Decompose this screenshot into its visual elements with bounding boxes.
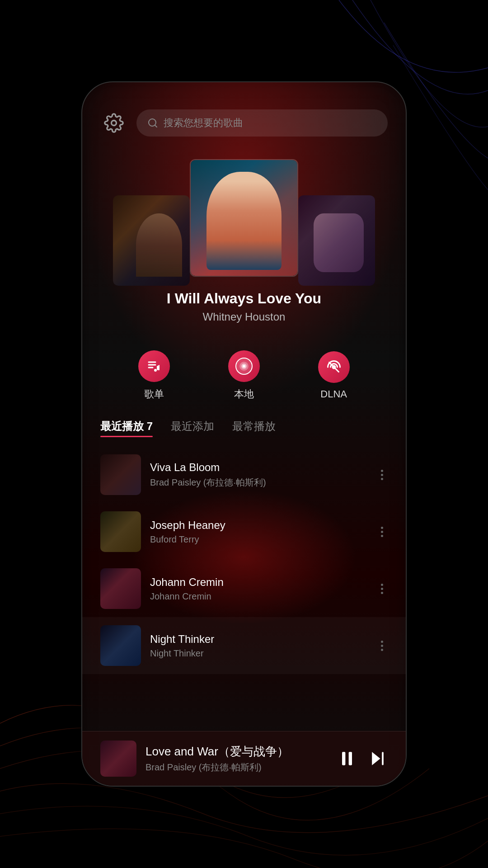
settings-button[interactable] bbox=[100, 109, 127, 137]
featured-song-artist: Whitney Houston bbox=[203, 311, 286, 323]
svg-rect-3 bbox=[148, 362, 156, 363]
phone-frame: 搜索您想要的歌曲 I Will Always Love You Whit bbox=[81, 81, 407, 787]
song-menu-btn-3[interactable] bbox=[376, 579, 388, 599]
nav-local-label: 本地 bbox=[234, 387, 254, 401]
song-info-4: Night Thinker Night Thinker bbox=[150, 633, 367, 659]
song-menu-btn-2[interactable] bbox=[376, 522, 388, 542]
song-item-1[interactable]: Viva La Bloom Brad Paisley (布拉德·帕斯利) bbox=[82, 446, 406, 503]
album-carousel: I Will Always Love You Whitney Houston bbox=[82, 146, 406, 332]
album-card-left[interactable] bbox=[113, 195, 190, 286]
svg-point-7 bbox=[157, 368, 160, 370]
svg-rect-14 bbox=[342, 752, 345, 765]
svg-point-0 bbox=[112, 121, 117, 126]
skip-next-button[interactable] bbox=[368, 749, 388, 769]
svg-point-12 bbox=[243, 365, 245, 368]
song-artist-2: Buford Terry bbox=[150, 534, 367, 545]
svg-rect-5 bbox=[148, 367, 154, 368]
tabs-section: 最近播放 7 最近添加 最常播放 bbox=[82, 410, 406, 442]
np-artist: Brad Paisley (布拉德·帕斯利) bbox=[145, 761, 328, 774]
svg-rect-4 bbox=[148, 364, 156, 366]
pause-button[interactable] bbox=[337, 749, 357, 769]
svg-rect-17 bbox=[382, 752, 384, 765]
song-thumb-2 bbox=[100, 511, 141, 552]
song-item-4[interactable]: Night Thinker Night Thinker bbox=[82, 617, 406, 674]
song-artist-4: Night Thinker bbox=[150, 648, 367, 659]
svg-marker-16 bbox=[372, 752, 380, 765]
song-title-3: Johann Cremin bbox=[150, 576, 367, 589]
album-card-center[interactable] bbox=[190, 159, 298, 277]
song-title-4: Night Thinker bbox=[150, 633, 367, 646]
song-menu-btn-1[interactable] bbox=[376, 465, 388, 485]
song-thumb-1 bbox=[100, 454, 141, 495]
song-menu-btn-4[interactable] bbox=[376, 636, 388, 656]
nav-dlna[interactable]: DLNA bbox=[318, 351, 350, 400]
playlist-icon bbox=[138, 350, 170, 382]
song-info-2: Joseph Heaney Buford Terry bbox=[150, 519, 367, 545]
song-title-1: Viva La Bloom bbox=[150, 461, 367, 474]
header: 搜索您想要的歌曲 bbox=[82, 82, 406, 146]
song-item-3[interactable]: Johann Cremin Johann Cremin bbox=[82, 560, 406, 617]
np-title: Love and War（爱与战争） bbox=[145, 744, 328, 760]
search-bar[interactable]: 搜索您想要的歌曲 bbox=[136, 109, 388, 137]
search-placeholder: 搜索您想要的歌曲 bbox=[164, 116, 243, 130]
album-card-right[interactable] bbox=[298, 195, 375, 286]
song-info-1: Viva La Bloom Brad Paisley (布拉德·帕斯利) bbox=[150, 461, 367, 489]
svg-point-6 bbox=[154, 369, 157, 372]
now-playing-bar[interactable]: Love and War（爱与战争） Brad Paisley (布拉德·帕斯利… bbox=[82, 731, 406, 786]
featured-song-title: I Will Always Love You bbox=[167, 290, 321, 307]
np-thumbnail bbox=[100, 741, 136, 777]
song-artist-1: Brad Paisley (布拉德·帕斯利) bbox=[150, 476, 367, 489]
nav-dlna-label: DLNA bbox=[320, 388, 347, 400]
svg-line-2 bbox=[155, 125, 157, 127]
local-icon bbox=[228, 350, 260, 382]
song-title-2: Joseph Heaney bbox=[150, 519, 367, 532]
nav-icons: 歌单 本地 bbox=[82, 332, 406, 410]
svg-rect-15 bbox=[349, 752, 352, 765]
song-item-2[interactable]: Joseph Heaney Buford Terry bbox=[82, 503, 406, 560]
tab-recent[interactable]: 最近播放 7 bbox=[100, 419, 153, 437]
song-list: Viva La Bloom Brad Paisley (布拉德·帕斯利) Jos… bbox=[82, 442, 406, 731]
nav-playlist[interactable]: 歌单 bbox=[138, 350, 170, 401]
song-thumb-3 bbox=[100, 568, 141, 609]
nav-playlist-label: 歌单 bbox=[144, 387, 164, 401]
nav-local[interactable]: 本地 bbox=[228, 350, 260, 401]
song-info-3: Johann Cremin Johann Cremin bbox=[150, 576, 367, 602]
tab-frequent[interactable]: 最常播放 bbox=[232, 419, 276, 437]
song-thumb-4 bbox=[100, 625, 141, 666]
np-info: Love and War（爱与战争） Brad Paisley (布拉德·帕斯利… bbox=[145, 744, 328, 774]
np-controls bbox=[337, 749, 388, 769]
song-artist-3: Johann Cremin bbox=[150, 591, 367, 602]
tab-added[interactable]: 最近添加 bbox=[171, 419, 214, 437]
dlna-icon bbox=[318, 351, 350, 383]
